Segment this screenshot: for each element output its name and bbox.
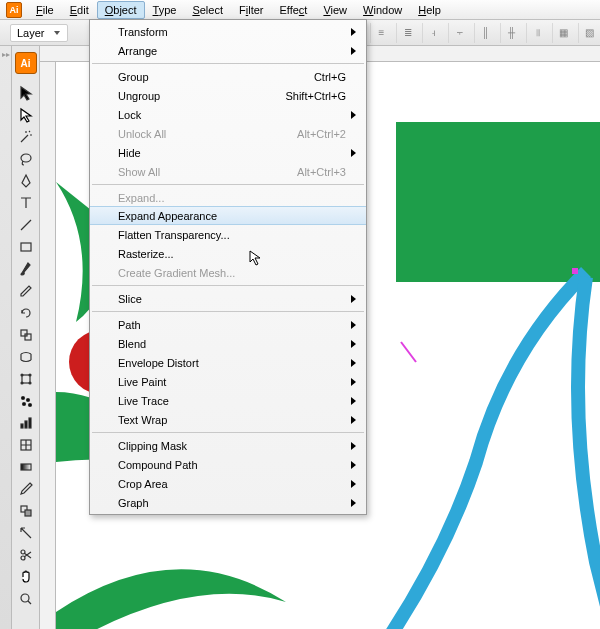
chevron-right-icon — [351, 295, 356, 303]
svg-point-11 — [22, 403, 25, 406]
align-icon[interactable]: ≣ — [396, 23, 418, 43]
align-icon[interactable]: ⫞ — [422, 23, 444, 43]
menuitem-hide[interactable]: Hide — [90, 143, 366, 162]
menuitem-crop-area[interactable]: Crop Area — [90, 474, 366, 493]
chevron-right-icon — [351, 461, 356, 469]
menuitem-expand: Expand... — [90, 188, 366, 207]
tool-hand[interactable] — [14, 566, 38, 588]
menuitem-ungroup[interactable]: UngroupShift+Ctrl+G — [90, 86, 366, 105]
menu-view[interactable]: View — [315, 1, 355, 19]
tool-mesh[interactable] — [14, 434, 38, 456]
tool-lasso[interactable] — [14, 148, 38, 170]
menuitem-live-paint[interactable]: Live Paint — [90, 372, 366, 391]
tool-pencil[interactable] — [14, 280, 38, 302]
svg-rect-25 — [572, 268, 578, 274]
distribute-icon[interactable]: ╫ — [500, 23, 522, 43]
menuitem-arrange[interactable]: Arrange — [90, 41, 366, 60]
chevron-right-icon — [351, 378, 356, 386]
tool-zoom[interactable] — [14, 588, 38, 610]
menuitem-clipping-mask[interactable]: Clipping Mask — [90, 436, 366, 455]
panel-dock: ▸▸ — [0, 46, 12, 629]
menu-separator — [92, 311, 364, 312]
menuitem-blend[interactable]: Blend — [90, 334, 366, 353]
illustrator-logo-icon: Ai — [15, 52, 37, 74]
tool-rectangle[interactable] — [14, 236, 38, 258]
tool-rotate[interactable] — [14, 302, 38, 324]
svg-point-8 — [29, 382, 31, 384]
menu-help[interactable]: Help — [410, 1, 449, 19]
menuitem-path[interactable]: Path — [90, 315, 366, 334]
menuitem-graph[interactable]: Graph — [90, 493, 366, 512]
chevron-down-icon — [54, 31, 60, 35]
menuitem-envelope-distort[interactable]: Envelope Distort — [90, 353, 366, 372]
menuitem-text-wrap[interactable]: Text Wrap — [90, 410, 366, 429]
svg-rect-15 — [29, 418, 31, 428]
menu-object[interactable]: Object — [97, 1, 145, 19]
tool-line[interactable] — [14, 214, 38, 236]
align-icon[interactable]: ⫟ — [448, 23, 470, 43]
menuitem-compound-path[interactable]: Compound Path — [90, 455, 366, 474]
tool-scale[interactable] — [14, 324, 38, 346]
menu-separator — [92, 63, 364, 64]
chevron-right-icon — [351, 416, 356, 424]
menuitem-rasterize[interactable]: Rasterize... — [90, 244, 366, 263]
tool-free-transform[interactable] — [14, 368, 38, 390]
tool-eyedropper[interactable] — [14, 478, 38, 500]
chevron-right-icon — [351, 47, 356, 55]
tool-slice[interactable] — [14, 522, 38, 544]
svg-rect-13 — [21, 424, 23, 428]
cursor-icon — [248, 250, 264, 268]
object-menu: TransformArrangeGroupCtrl+GUngroupShift+… — [89, 19, 367, 515]
menuitem-flatten-transparency[interactable]: Flatten Transparency... — [90, 225, 366, 244]
chevron-right-icon — [351, 149, 356, 157]
menuitem-lock[interactable]: Lock — [90, 105, 366, 124]
chevron-right-icon — [351, 397, 356, 405]
menu-type[interactable]: Type — [145, 1, 185, 19]
distribute-icon[interactable]: ║ — [474, 23, 496, 43]
tool-type[interactable] — [14, 192, 38, 214]
transform-icon[interactable]: ▦ — [552, 23, 574, 43]
toolbox: Ai — [12, 46, 40, 629]
menuitem-slice[interactable]: Slice — [90, 289, 366, 308]
chevron-right-icon — [351, 480, 356, 488]
menu-filter[interactable]: Filter — [231, 1, 271, 19]
chevron-right-icon — [351, 321, 356, 329]
svg-point-10 — [26, 399, 29, 402]
menuitem-group[interactable]: GroupCtrl+G — [90, 67, 366, 86]
tool-warp[interactable] — [14, 346, 38, 368]
svg-rect-4 — [22, 375, 30, 383]
menu-effect[interactable]: Effect — [271, 1, 315, 19]
menu-edit[interactable]: Edit — [62, 1, 97, 19]
align-icon[interactable]: ≡ — [370, 23, 392, 43]
menu-separator — [92, 184, 364, 185]
svg-rect-23 — [396, 122, 600, 282]
menuitem-transform[interactable]: Transform — [90, 22, 366, 41]
tool-gradient[interactable] — [14, 456, 38, 478]
menu-separator — [92, 432, 364, 433]
menu-file[interactable]: File — [28, 1, 62, 19]
tool-selection[interactable] — [14, 82, 38, 104]
chevron-right-icon — [351, 499, 356, 507]
menuitem-unlock-all: Unlock AllAlt+Ctrl+2 — [90, 124, 366, 143]
tool-symbol-sprayer[interactable] — [14, 390, 38, 412]
svg-rect-19 — [25, 510, 31, 516]
tool-direct-selection[interactable] — [14, 104, 38, 126]
tool-pen[interactable] — [14, 170, 38, 192]
chevron-right-icon — [351, 442, 356, 450]
tool-wand[interactable] — [14, 126, 38, 148]
menuitem-live-trace[interactable]: Live Trace — [90, 391, 366, 410]
tool-brush[interactable] — [14, 258, 38, 280]
menu-window[interactable]: Window — [355, 1, 410, 19]
distribute-icon[interactable]: ⦀ — [526, 23, 548, 43]
tool-graph[interactable] — [14, 412, 38, 434]
svg-point-7 — [21, 382, 23, 384]
tool-blend[interactable] — [14, 500, 38, 522]
ruler-vertical — [40, 62, 56, 629]
menu-select[interactable]: Select — [184, 1, 231, 19]
menu-separator — [92, 285, 364, 286]
svg-rect-2 — [21, 330, 27, 336]
transform-icon[interactable]: ▧ — [578, 23, 600, 43]
menuitem-expand-appearance[interactable]: Expand Appearance — [90, 206, 366, 225]
tool-scissors[interactable] — [14, 544, 38, 566]
chevron-right-icon — [351, 359, 356, 367]
